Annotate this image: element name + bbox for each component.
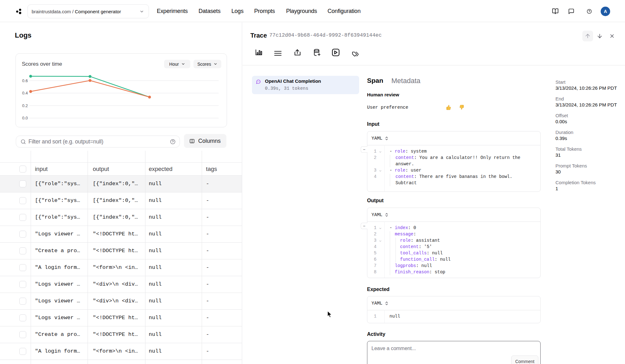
svg-text:0.0: 0.0 bbox=[22, 116, 28, 120]
svg-text:0.4: 0.4 bbox=[22, 91, 28, 95]
svg-text:0.2: 0.2 bbox=[22, 103, 28, 108]
svg-text:0.6: 0.6 bbox=[22, 78, 28, 83]
